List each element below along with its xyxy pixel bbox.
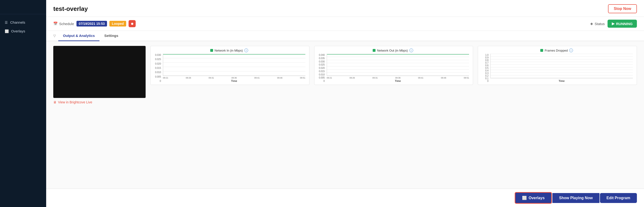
channels-icon: ☰ <box>5 20 8 24</box>
frames-dropped-legend-dot <box>540 49 543 52</box>
looped-badge: Looped <box>110 21 126 26</box>
frames-dropped-x-labels <box>490 78 633 79</box>
content-row: 🖥 View in Brightcove Live Network In (in… <box>53 46 637 184</box>
sidebar-item-channels-label: Channels <box>10 20 25 24</box>
edit-program-button[interactable]: Edit Program <box>600 193 637 203</box>
tab-arrow-icon: ▽ <box>53 34 56 38</box>
network-out-title: Network Out (in Mbps) <box>377 49 408 52</box>
view-in-brightcove-link[interactable]: 🖥 View in Brightcove Live <box>53 100 92 104</box>
sidebar-item-overlays-label: Overlays <box>11 29 25 33</box>
schedule-date: 07/19/2021 15:53 <box>76 21 107 26</box>
network-out-svg <box>327 54 469 76</box>
schedule-left: 📅 Schedule 07/19/2021 15:53 Looped ⏺ <box>53 20 136 27</box>
network-in-x-labels: 09:2109:2609:3109:3609:4109:4609:51 <box>163 76 306 79</box>
network-out-info-icon[interactable]: i <box>409 48 413 52</box>
frames-dropped-header: Frames Dropped i <box>480 48 633 52</box>
network-in-title: Network In (in Mbps) <box>214 49 243 52</box>
network-in-info-icon[interactable]: i <box>244 48 248 52</box>
network-out-x-labels: 09:2109:2609:3109:3609:4109:4609:51 <box>327 76 469 79</box>
frames-dropped-grid <box>490 54 633 78</box>
video-panel: 🖥 View in Brightcove Live <box>53 46 146 104</box>
network-in-header: Network In (in Mbps) i <box>153 48 306 52</box>
page-title: test-overlay <box>53 5 88 12</box>
overlays-btn-icon: ⬜ <box>522 196 527 200</box>
frames-dropped-x-title: Time <box>490 79 633 82</box>
bottom-bar: ⬜ Overlays Show Playing Now Edit Program <box>46 189 644 207</box>
tabs-bar: ▽ Output & Analytics Settings <box>46 31 644 41</box>
network-out-chart: Network Out (in Mbps) i 0.040 0.035 0.03… <box>314 46 473 85</box>
show-playing-now-button[interactable]: Show Playing Now <box>552 193 599 203</box>
stop-now-button[interactable]: Stop Now <box>608 4 637 13</box>
network-in-body: 0.030 0.025 0.020 0.015 0.010 0.005 0 <box>153 54 306 82</box>
overlays-button[interactable]: ⬜ Overlays <box>515 192 552 204</box>
frames-dropped-plot: Time <box>490 54 633 82</box>
frames-dropped-info-icon[interactable]: i <box>569 48 573 52</box>
network-in-grid <box>163 54 306 76</box>
schedule-row: 📅 Schedule 07/19/2021 15:53 Looped ⏺ ◈ S… <box>46 17 644 31</box>
overlays-icon: ⬜ <box>5 29 9 33</box>
schedule-label: 📅 Schedule <box>53 21 74 26</box>
tab-output-analytics[interactable]: Output & Analytics <box>58 31 100 41</box>
header-left: test-overlay <box>53 5 88 12</box>
network-out-body: 0.040 0.035 0.030 0.025 0.020 0.015 0.01… <box>317 54 469 82</box>
tab-settings[interactable]: Settings <box>100 31 123 41</box>
main-panel: 🖥 View in Brightcove Live Network In (in… <box>46 41 644 189</box>
network-in-svg <box>163 54 306 76</box>
monitor-icon: 🖥 <box>53 100 56 104</box>
layers-icon: ◈ <box>590 21 593 26</box>
record-icon: ⏺ <box>128 20 136 27</box>
network-in-plot: 09:2109:2609:3109:3609:4109:4609:51 Time <box>163 54 306 82</box>
status-label: ◈ Status <box>590 21 605 26</box>
video-preview <box>53 46 146 98</box>
schedule-right: ◈ Status ▶ RUNNING <box>590 20 637 28</box>
frames-dropped-body: 1.0 0.9 0.8 0.7 0.6 0.5 0.4 0.3 0.2 0.1 … <box>480 54 633 82</box>
header: test-overlay Stop Now <box>46 0 644 17</box>
frames-dropped-grid-lines <box>490 54 633 78</box>
sidebar-item-channels[interactable]: ☰ Channels <box>0 18 46 27</box>
network-in-chart: Network In (in Mbps) i 0.030 0.025 0.020… <box>150 46 310 85</box>
sidebar-nav: ☰ Channels ⬜ Overlays <box>0 14 46 39</box>
frames-dropped-title: Frames Dropped <box>544 49 568 52</box>
charts-area: Network In (in Mbps) i 0.030 0.025 0.020… <box>150 46 637 85</box>
network-out-y-axis: 0.040 0.035 0.030 0.025 0.020 0.015 0.01… <box>317 54 326 82</box>
sidebar: ☰ Channels ⬜ Overlays <box>0 0 46 207</box>
frames-dropped-chart: Frames Dropped i 1.0 0.9 0.8 0.7 0.6 0.5… <box>478 46 637 85</box>
network-in-x-title: Time <box>163 79 306 82</box>
sidebar-logo-area <box>0 0 46 14</box>
sidebar-item-overlays[interactable]: ⬜ Overlays <box>0 27 46 35</box>
network-out-legend-dot <box>373 49 376 52</box>
network-out-plot: 09:2109:2609:3109:3609:4109:4609:51 Time <box>327 54 469 82</box>
header-right: Stop Now <box>608 4 637 13</box>
network-out-grid <box>327 54 469 76</box>
play-icon: ▶ <box>612 21 615 26</box>
running-button[interactable]: ▶ RUNNING <box>608 20 637 28</box>
network-out-header: Network Out (in Mbps) i <box>317 48 469 52</box>
calendar-icon: 📅 <box>53 21 58 26</box>
network-in-y-axis: 0.030 0.025 0.020 0.015 0.010 0.005 0 <box>153 54 162 82</box>
network-in-legend-dot <box>210 49 213 52</box>
main-content: test-overlay Stop Now 📅 Schedule 07/19/2… <box>46 0 644 207</box>
network-out-x-title: Time <box>327 79 469 82</box>
frames-dropped-y-axis: 1.0 0.9 0.8 0.7 0.6 0.5 0.4 0.3 0.2 0.1 … <box>480 54 490 82</box>
